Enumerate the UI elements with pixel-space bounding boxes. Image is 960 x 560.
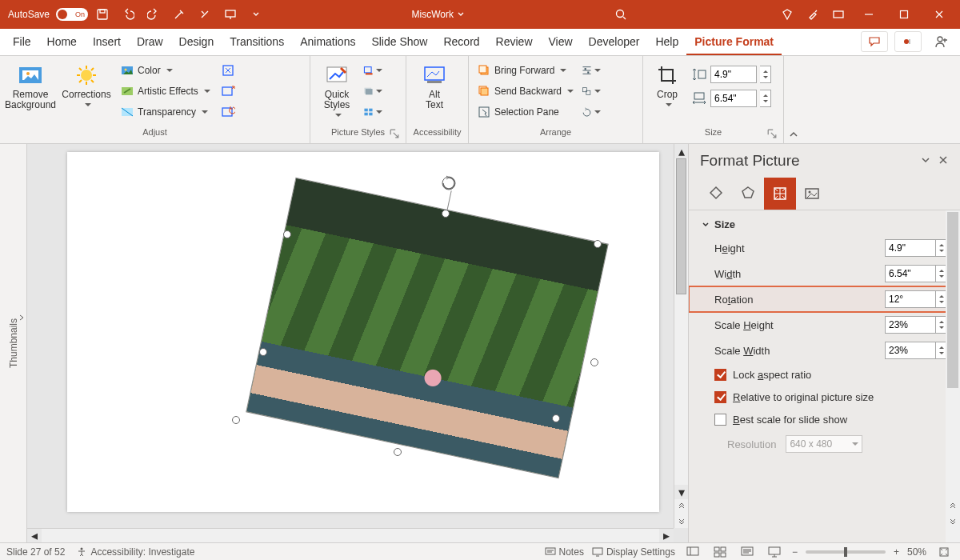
maximize-button[interactable] — [888, 0, 920, 29]
pane-height-input[interactable] — [885, 239, 936, 257]
undo-button[interactable] — [117, 3, 139, 26]
quick-styles-button[interactable]: Quick Styles — [315, 59, 358, 118]
save-icon[interactable] — [91, 3, 114, 26]
rotate-button[interactable] — [582, 102, 601, 122]
premium-diamond-icon[interactable] — [776, 3, 798, 26]
pane-rotation-input[interactable] — [885, 290, 936, 308]
width-input[interactable] — [710, 90, 757, 107]
close-button[interactable] — [923, 0, 955, 29]
remove-background-button[interactable]: Remove Background — [5, 59, 56, 110]
best-scale-checkbox[interactable]: Best scale for slide show — [689, 408, 960, 430]
collapse-ribbon-button[interactable] — [784, 56, 803, 143]
tab-file[interactable]: File — [5, 30, 39, 55]
qat-more-button[interactable] — [245, 3, 267, 26]
artistic-effects-button[interactable]: Artistic Effects — [117, 82, 214, 101]
pane-options-button[interactable] — [920, 154, 931, 168]
tab-insert[interactable]: Insert — [85, 30, 129, 55]
height-input[interactable] — [710, 66, 757, 83]
resize-handle[interactable] — [259, 348, 267, 356]
tab-design[interactable]: Design — [171, 30, 222, 55]
crop-button[interactable]: Crop — [648, 59, 686, 108]
picture-tab[interactable] — [796, 178, 828, 210]
picture-layout-button[interactable] — [363, 102, 382, 122]
resize-handle[interactable] — [283, 230, 291, 238]
relative-original-checkbox[interactable]: Relative to original picture size — [689, 386, 960, 408]
prev-slide-button[interactable] — [674, 499, 688, 514]
size-properties-tab[interactable] — [764, 178, 796, 210]
picture-effects-button[interactable] — [363, 82, 382, 101]
pane-close-button[interactable] — [938, 154, 949, 168]
normal-view-button[interactable] — [683, 545, 702, 559]
selected-picture[interactable] — [235, 176, 603, 496]
vertical-scrollbar[interactable]: ▴ ▾ — [674, 144, 688, 528]
pane-scale-height-input[interactable] — [885, 316, 936, 334]
size-section-header[interactable]: Size — [689, 210, 960, 235]
sorter-view-button[interactable] — [710, 545, 730, 559]
lock-aspect-checkbox[interactable]: Lock aspect ratio — [689, 363, 960, 386]
zoom-level[interactable]: 50% — [907, 546, 926, 558]
send-backward-button[interactable]: Send Backward — [474, 82, 577, 101]
transparency-button[interactable]: Transparency — [117, 102, 214, 122]
horizontal-scrollbar[interactable]: ◂ ▸ — [27, 528, 674, 542]
change-picture-button[interactable] — [218, 82, 238, 101]
resize-handle[interactable] — [442, 210, 450, 218]
bring-forward-button[interactable]: Bring Forward — [474, 61, 577, 80]
resize-handle[interactable] — [594, 240, 602, 248]
scroll-thumb[interactable] — [676, 158, 686, 294]
share-button[interactable] — [928, 31, 955, 52]
tab-developer[interactable]: Developer — [581, 30, 648, 55]
reading-view-button[interactable] — [738, 545, 757, 559]
slide-canvas[interactable]: ▴ ▾ ◂ ▸ — [27, 144, 688, 542]
tab-view[interactable]: View — [541, 30, 581, 55]
document-title[interactable]: MiscWork — [412, 9, 465, 20]
tab-slideshow[interactable]: Slide Show — [363, 30, 435, 55]
autosave-toggle[interactable]: On — [56, 8, 88, 21]
fill-line-tab[interactable] — [700, 178, 732, 210]
thumbnails-panel[interactable]: Thumbnails — [0, 144, 27, 542]
resize-handle[interactable] — [552, 414, 560, 422]
designer-icon[interactable] — [802, 3, 824, 26]
tab-picture-format[interactable]: Picture Format — [686, 30, 782, 55]
tab-review[interactable]: Review — [488, 30, 541, 55]
selection-pane-button[interactable]: Selection Pane — [474, 102, 577, 122]
tab-home[interactable]: Home — [39, 30, 85, 55]
search-button[interactable] — [610, 3, 632, 26]
pane-scroll-down[interactable] — [946, 514, 960, 528]
height-spinner[interactable] — [760, 66, 771, 83]
rotation-handle[interactable] — [440, 174, 458, 192]
fit-to-window-button[interactable] — [934, 545, 954, 559]
zoom-out-button[interactable]: − — [792, 546, 798, 558]
picture-styles-dialog-launcher[interactable] — [390, 129, 399, 138]
pane-scale-width-input[interactable] — [885, 342, 936, 359]
next-slide-button[interactable] — [674, 514, 688, 528]
tab-draw[interactable]: Draw — [129, 30, 171, 55]
tab-record[interactable]: Record — [435, 30, 487, 55]
resize-handle[interactable] — [394, 448, 402, 456]
zoom-slider[interactable] — [806, 550, 886, 554]
ribbon-mode-icon[interactable] — [827, 3, 850, 26]
qat-button-1[interactable] — [168, 3, 190, 26]
redo-button[interactable] — [142, 3, 165, 26]
width-spinner[interactable] — [760, 90, 771, 107]
resize-handle[interactable] — [232, 416, 240, 424]
scroll-down-button[interactable]: ▾ — [674, 485, 688, 499]
scroll-right-button[interactable]: ▸ — [659, 529, 674, 542]
notes-button[interactable]: Notes — [545, 546, 584, 558]
tab-transitions[interactable]: Transitions — [222, 30, 292, 55]
pane-scroll-up[interactable] — [946, 499, 960, 514]
display-settings-button[interactable]: Display Settings — [592, 546, 675, 558]
tab-animations[interactable]: Animations — [292, 30, 363, 55]
accessibility-status[interactable]: Accessibility: Investigate — [76, 546, 194, 558]
comments-button[interactable] — [861, 31, 888, 52]
color-button[interactable]: Color — [117, 61, 214, 80]
group-button[interactable] — [582, 82, 601, 101]
scroll-up-button[interactable]: ▴ — [674, 144, 688, 158]
size-dialog-launcher[interactable] — [767, 129, 777, 138]
slideshow-view-button[interactable] — [765, 545, 784, 559]
zoom-in-button[interactable]: + — [894, 546, 899, 558]
qat-present-button[interactable] — [219, 3, 242, 26]
scroll-left-button[interactable]: ◂ — [27, 529, 42, 542]
slide[interactable] — [67, 152, 659, 512]
compress-pictures-button[interactable] — [218, 61, 238, 80]
picture-border-button[interactable] — [363, 61, 382, 80]
